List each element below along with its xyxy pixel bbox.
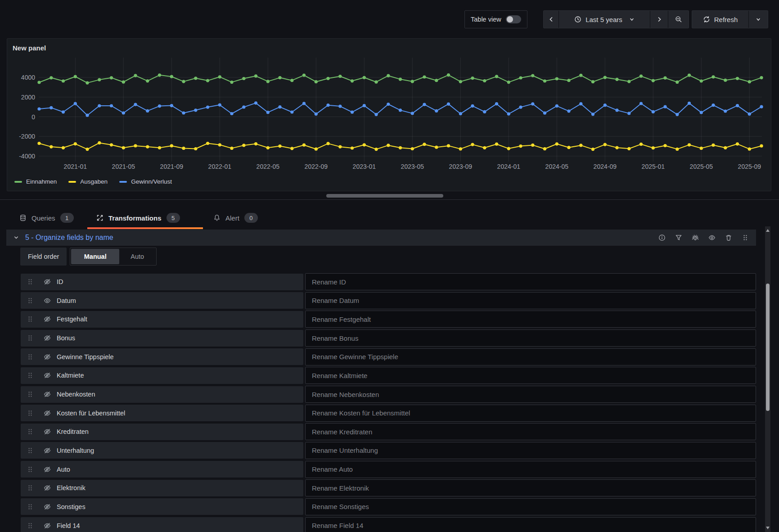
eye-off-icon[interactable] [44,484,51,491]
legend-series-label: Einnahmen [26,178,57,185]
table-view-switch[interactable] [506,15,521,23]
svg-text:-2000: -2000 [19,133,35,140]
drag-handle-icon[interactable] [27,278,34,285]
time-shift-back-button[interactable] [544,11,558,28]
eye-off-icon[interactable] [44,466,51,473]
field-name: Field 14 [57,522,80,529]
field-row-kosten-f-r-lebensmittel: Kosten für Lebensmittel [21,405,303,421]
eye-off-icon[interactable] [44,503,51,510]
caret-down-icon [756,17,761,22]
rename-input-datum[interactable] [305,292,756,309]
drag-handle-icon[interactable] [27,503,34,510]
legend-series-label: Gewinn/Verlust [131,178,172,185]
vertical-scrollbar-thumb[interactable] [766,284,770,411]
field-name: Kosten für Lebensmittel [57,410,125,417]
section-divider [0,199,779,200]
clock-icon [574,16,581,23]
drag-handle-icon[interactable] [27,297,34,304]
time-picker-group: Last 5 years [543,10,689,28]
field-row-nebenkosten: Nebenkosten [21,386,303,403]
eye-off-icon[interactable] [44,447,51,454]
time-zoom-out-button[interactable] [668,11,689,28]
refresh-interval-dropdown[interactable] [748,11,768,28]
eye-off-icon[interactable] [44,372,51,379]
eye-off-icon[interactable] [44,391,51,398]
collapse-chevron-icon[interactable] [14,235,19,240]
field-order-option-auto[interactable]: Auto [119,249,155,264]
eye-icon[interactable] [708,234,716,241]
trash-icon[interactable] [725,234,732,241]
drag-handle-icon[interactable] [27,428,34,435]
svg-text:2023-09: 2023-09 [449,163,473,170]
legend-series-swatch [119,181,127,183]
chart-legend: EinnahmenAusgabenGewinn/Verlust [14,178,172,185]
svg-text:2000: 2000 [21,94,35,101]
svg-text:2021-01: 2021-01 [64,163,87,170]
rename-input-festgehalt[interactable] [305,311,756,328]
rename-input-kosten-f-r-lebensmittel[interactable] [305,405,756,422]
svg-text:4000: 4000 [21,74,35,81]
refresh-button[interactable]: Refresh [692,11,748,28]
field-row-unterhaltung: Unterhaltung [21,442,303,459]
eye-off-icon[interactable] [44,334,51,342]
tab-alert[interactable]: Alert 0 [213,208,258,228]
eye-off-icon[interactable] [44,410,51,417]
filter-icon[interactable] [675,234,682,241]
drag-handle-icon[interactable] [27,391,34,398]
drag-handle-icon[interactable] [27,410,34,417]
legend-series-label: Ausgaben [80,178,108,185]
vertical-scrollbar[interactable] [765,226,770,532]
field-row-sonstiges: Sonstiges [21,498,303,515]
drag-handle-icon[interactable] [27,353,34,361]
field-order-option-manual[interactable]: Manual [71,249,119,264]
drag-handle-icon[interactable] [27,372,34,379]
tab-badge: 5 [167,213,180,223]
rename-input-kaltmiete[interactable] [305,367,756,384]
drag-handle-icon[interactable] [27,484,34,491]
field-name: Bonus [57,334,75,342]
rename-input-gewinne-tippspiele[interactable] [305,348,756,365]
zoom-out-icon [675,16,682,23]
drag-handle-icon[interactable] [27,522,34,529]
eye-off-icon[interactable] [44,316,51,323]
tab-transformations[interactable]: Transformations 5 [96,208,180,228]
time-shift-forward-button[interactable] [650,11,668,28]
eye-off-icon[interactable] [44,353,51,361]
svg-text:2022-01: 2022-01 [208,163,232,170]
scroll-down-arrow-icon[interactable] [766,527,770,529]
scroll-up-arrow-icon[interactable] [766,229,770,232]
rename-input-elektronik[interactable] [305,479,756,496]
drag-handle-icon[interactable] [27,334,34,342]
info-icon[interactable] [658,234,666,241]
horizontal-scrollbar-thumb[interactable] [326,194,443,198]
rename-input-sonstiges[interactable] [305,498,756,515]
rename-input-nebenkosten[interactable] [305,386,756,403]
legend-item[interactable]: Einnahmen [14,178,57,185]
eye-off-icon[interactable] [44,428,51,435]
rename-input-bonus[interactable] [305,329,756,347]
field-row-id: ID [21,274,303,290]
rename-input-unterhaltung[interactable] [305,442,756,459]
svg-text:2024-09: 2024-09 [594,163,617,170]
time-range-picker-button[interactable]: Last 5 years [558,11,650,28]
drag-handle-icon[interactable] [27,447,34,454]
eye-off-icon[interactable] [44,522,51,529]
legend-series-swatch [68,181,76,183]
field-row-kaltmiete: Kaltmiete [21,367,303,384]
drag-handle-icon[interactable] [27,466,34,473]
rename-input-field-14[interactable] [305,517,756,532]
legend-item[interactable]: Gewinn/Verlust [119,178,172,185]
rename-input-id[interactable] [305,273,756,290]
tab-queries[interactable]: Queries 1 [19,208,74,228]
transformation-header: 5 - Organize fields by name [6,230,756,246]
rename-input-auto[interactable] [305,461,756,478]
legend-item[interactable]: Ausgaben [68,178,108,185]
drag-handle-icon[interactable] [27,316,34,323]
eye-off-icon[interactable] [44,278,51,285]
toggle-knob [507,16,513,23]
eye-icon[interactable] [44,297,51,304]
bug-icon[interactable] [692,234,699,241]
transformation-title[interactable]: 5 - Organize fields by name [25,234,113,242]
drag-handle-icon[interactable] [742,234,749,241]
rename-input-kreditraten[interactable] [305,423,756,440]
